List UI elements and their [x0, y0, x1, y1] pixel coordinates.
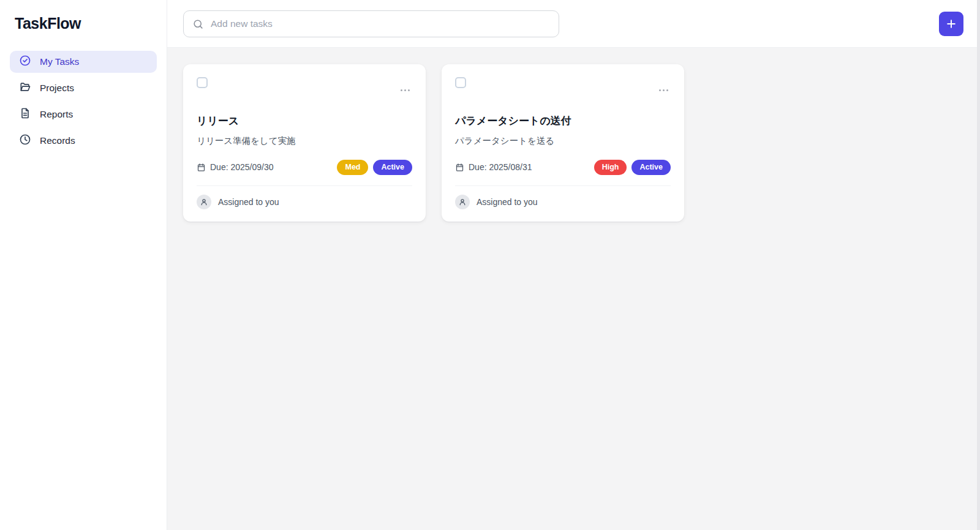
top-bar	[167, 0, 980, 48]
card-header	[197, 77, 412, 91]
sidebar-item-label: My Tasks	[40, 56, 79, 67]
status-badge: Active	[631, 160, 671, 174]
task-title: リリース	[197, 114, 412, 129]
sidebar-item-label: Projects	[40, 83, 74, 94]
sidebar: TaskFlow My Tasks Projects	[0, 0, 167, 530]
sidebar-nav: My Tasks Projects Reports	[10, 51, 157, 152]
folder-icon	[19, 81, 31, 95]
task-meta-row: Due: 2025/09/30 Med Active	[197, 160, 412, 174]
due-date-label: Due: 2025/09/30	[210, 162, 274, 172]
task-checkbox[interactable]	[455, 77, 466, 88]
sidebar-item-label: Records	[40, 135, 75, 146]
main-column: リリース リリース準備をして実施 Due: 2025/09/30 Med Act…	[167, 0, 980, 530]
due-date-label: Due: 2025/08/31	[469, 162, 532, 172]
due-date: Due: 2025/09/30	[197, 162, 274, 172]
assignee-row: Assigned to you	[455, 195, 671, 209]
priority-badge: High	[594, 160, 627, 174]
task-meta-row: Due: 2025/08/31 High Active	[455, 160, 671, 174]
user-icon	[458, 198, 467, 206]
badges: High Active	[594, 160, 671, 174]
assignee-row: Assigned to you	[197, 195, 412, 209]
task-card: パラメータシートの送付 パラメータシートを送る Due: 2025/08/31 …	[442, 64, 684, 222]
document-icon	[19, 107, 31, 122]
status-badge: Active	[373, 160, 412, 174]
task-checkbox[interactable]	[197, 77, 208, 88]
task-description: リリース準備をして実施	[197, 135, 412, 147]
ellipsis-menu-icon[interactable]	[659, 89, 668, 91]
assignee-label: Assigned to you	[477, 197, 538, 207]
task-description: パラメータシートを送る	[455, 135, 671, 147]
sidebar-item-label: Reports	[40, 109, 73, 120]
user-icon	[200, 198, 208, 206]
sidebar-item-records[interactable]: Records	[10, 130, 157, 152]
task-board: リリース リリース準備をして実施 Due: 2025/09/30 Med Act…	[167, 48, 980, 530]
avatar	[197, 195, 211, 209]
ellipsis-menu-icon[interactable]	[401, 89, 410, 91]
sidebar-item-reports[interactable]: Reports	[10, 103, 157, 125]
card-header	[455, 77, 671, 91]
sidebar-item-my-tasks[interactable]: My Tasks	[10, 51, 157, 73]
search-icon	[192, 18, 204, 30]
plus-icon	[945, 18, 957, 30]
clock-icon	[19, 133, 31, 148]
search-box	[183, 10, 559, 37]
sidebar-item-projects[interactable]: Projects	[10, 77, 157, 99]
check-circle-icon	[19, 54, 31, 69]
badges: Med Active	[337, 160, 412, 174]
calendar-icon	[455, 163, 464, 172]
scrollbar-gutter[interactable]	[977, 0, 980, 530]
calendar-icon	[197, 163, 206, 172]
divider	[197, 185, 412, 186]
task-card: リリース リリース準備をして実施 Due: 2025/09/30 Med Act…	[183, 64, 426, 222]
priority-badge: Med	[337, 160, 368, 174]
app-logo: TaskFlow	[15, 15, 157, 32]
search-input[interactable]	[183, 10, 559, 37]
due-date: Due: 2025/08/31	[455, 162, 532, 172]
divider	[455, 185, 671, 186]
avatar	[455, 195, 470, 209]
task-title: パラメータシートの送付	[455, 114, 671, 129]
add-task-button[interactable]	[939, 12, 963, 36]
assignee-label: Assigned to you	[218, 197, 279, 207]
